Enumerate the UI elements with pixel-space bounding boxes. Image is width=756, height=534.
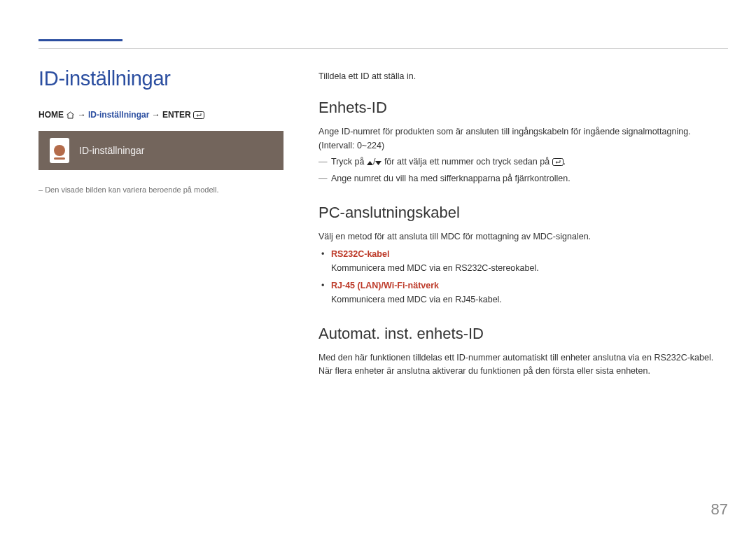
breadcrumb-current: ID-inställningar — [88, 110, 149, 120]
body-text: Välj en metod för att ansluta till MDC f… — [318, 230, 728, 244]
body-text: Ange ID-numret för produkten som är ansl… — [318, 125, 728, 153]
id-badge-icon — [50, 138, 69, 163]
menu-preview-title: ID-inställningar — [79, 145, 144, 156]
body-text: Med den här funktionen tilldelas ett ID-… — [318, 351, 728, 365]
option-desc: Kommunicera med MDC via en RJ45-kabel. — [331, 295, 502, 304]
instruction-line: Tryck på / för att välja ett nummer och … — [318, 155, 728, 169]
accent-bar — [38, 39, 122, 41]
right-column: Tilldela ett ID att ställa in. Enhets-ID… — [318, 70, 728, 379]
option-desc: Kommunicera med MDC via en RS232C-stereo… — [331, 263, 539, 273]
model-note: – Den visade bilden kan variera beroende… — [38, 185, 284, 194]
enter-icon — [552, 157, 564, 167]
section-heading: PC-anslutningskabel — [318, 201, 728, 225]
menu-preview-card: ID-inställningar — [38, 131, 284, 170]
option-name: RS232C-kabel — [331, 249, 389, 259]
enter-icon — [193, 110, 204, 120]
instruction-line: Ange numret du vill ha med sifferknappar… — [318, 172, 728, 185]
page-title: ID-inställningar — [38, 67, 284, 90]
breadcrumb-home: HOME — [38, 110, 64, 120]
breadcrumb: HOME → ID-inställningar → ENTER — [38, 110, 284, 120]
section-heading: Enhets-ID — [318, 96, 728, 120]
page-number: 87 — [711, 500, 728, 519]
up-arrow-icon — [367, 157, 373, 167]
option-item: RJ-45 (LAN)/Wi-Fi-nätverk Kommunicera me… — [318, 279, 728, 307]
breadcrumb-sep: → — [152, 110, 160, 120]
top-divider — [38, 48, 728, 49]
breadcrumb-sep: → — [78, 110, 86, 120]
option-item: RS232C-kabel Kommunicera med MDC via en … — [318, 248, 728, 275]
section-heading: Automat. inst. enhets-ID — [318, 322, 728, 346]
left-column: ID-inställningar HOME → ID-inställningar… — [38, 67, 284, 194]
home-icon — [66, 110, 77, 120]
option-name: RJ-45 (LAN)/Wi-Fi-nätverk — [331, 281, 439, 290]
intro-text: Tilldela ett ID att ställa in. — [318, 70, 728, 83]
body-text: När flera enheter är anslutna aktiverar … — [318, 365, 728, 378]
breadcrumb-enter: ENTER — [162, 110, 191, 120]
